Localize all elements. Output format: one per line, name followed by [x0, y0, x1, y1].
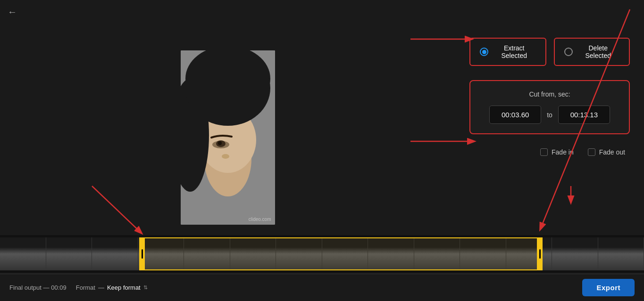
frame-1 — [46, 237, 92, 270]
frame-13 — [598, 237, 644, 270]
fade-out-checkbox[interactable] — [588, 148, 595, 156]
fade-out-label: Fade out — [599, 148, 625, 156]
fade-in-checkbox[interactable] — [540, 148, 548, 156]
cut-from-label: Cut from, sec: — [482, 90, 618, 98]
delete-selected-button[interactable]: Delete Selected — [554, 38, 630, 66]
cut-panel: Cut from, sec: to — [469, 80, 630, 134]
fade-in-label: Fade in — [552, 148, 574, 156]
svg-point-8 — [218, 141, 222, 145]
bottom-info: Final output — 00:09 Format — Keep forma… — [9, 284, 148, 291]
delete-radio — [564, 48, 573, 56]
delete-label: Delete Selected — [577, 44, 619, 59]
frame-0 — [0, 237, 46, 270]
frame-8 — [368, 237, 414, 270]
frame-7 — [322, 237, 368, 270]
frame-3 — [138, 237, 184, 270]
frame-12 — [552, 237, 598, 270]
frame-11 — [506, 237, 552, 270]
timeline-handle-right[interactable] — [537, 237, 543, 270]
film-frames — [0, 237, 644, 270]
cut-to-input[interactable] — [558, 106, 610, 124]
frame-6 — [276, 237, 322, 270]
svg-point-9 — [222, 154, 229, 159]
extract-selected-button[interactable]: Extract Selected — [469, 38, 546, 66]
frame-2 — [92, 237, 138, 270]
top-bar: ← — [0, 0, 644, 24]
fade-controls: Fade in Fade out — [469, 148, 630, 156]
frame-4 — [184, 237, 230, 270]
format-selector[interactable]: Format — Keep format ⇅ — [76, 284, 148, 291]
fade-in-control[interactable]: Fade in — [540, 148, 574, 156]
export-button[interactable]: Export — [582, 279, 635, 296]
format-dropdown-icon: ⇅ — [143, 285, 148, 291]
frame-9 — [414, 237, 460, 270]
action-buttons: Extract Selected Delete Selected — [469, 38, 630, 66]
cut-inputs: to — [482, 106, 618, 124]
cut-from-input[interactable] — [489, 106, 541, 124]
frame-10 — [460, 237, 506, 270]
video-preview: clideo.com — [181, 50, 275, 225]
frame-5 — [230, 237, 276, 270]
video-frame — [181, 50, 275, 225]
svg-point-5 — [185, 50, 270, 126]
back-button[interactable]: ← — [8, 7, 17, 17]
handle-right-grip — [539, 249, 541, 259]
final-output-label: Final output — 00:09 — [9, 284, 67, 291]
final-output-value: 00:09 — [51, 284, 67, 291]
extract-radio — [480, 48, 488, 56]
cut-to-separator: to — [547, 111, 552, 119]
timeline-track[interactable] — [0, 237, 644, 270]
fade-out-control[interactable]: Fade out — [588, 148, 625, 156]
timeline-handle-left[interactable] — [139, 237, 145, 270]
bottom-bar: Final output — 00:09 Format — Keep forma… — [0, 274, 644, 301]
extract-label: Extract Selected — [492, 44, 536, 59]
watermark: clideo.com — [249, 217, 271, 222]
handle-left-grip — [142, 249, 143, 259]
format-value: Keep format — [107, 284, 141, 291]
timeline-area — [0, 235, 644, 273]
